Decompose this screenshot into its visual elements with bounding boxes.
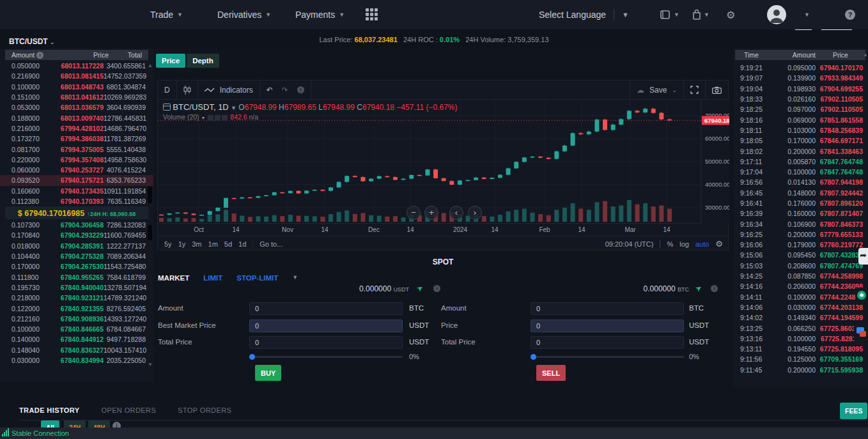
- time-axis[interactable]: Oct14Nov14Dec14202414Feb14Mar14: [158, 223, 701, 236]
- trade-history-row[interactable]: 9:19:070.139900 67933.984349: [735, 73, 865, 83]
- order-book-row[interactable]: 0.10000068013.0487436801.304874: [0, 82, 153, 92]
- order-book-row[interactable]: 0.14000067840.8449129497.718288: [0, 334, 153, 344]
- language-selector[interactable]: Select Language ▼: [539, 0, 629, 29]
- range-5d-button[interactable]: 5d: [224, 240, 232, 248]
- share-widget[interactable]: ➦: [858, 248, 868, 265]
- tab-stop-orders[interactable]: STOP ORDERS: [178, 406, 231, 414]
- fullscreen-button[interactable]: [683, 81, 705, 99]
- order-book-row[interactable]: 0.03000067840.8349942035.225050: [0, 355, 153, 366]
- info-icon[interactable]: i: [297, 86, 304, 93]
- trade-history-row[interactable]: 9:18:250.097000 67902.110505: [735, 104, 865, 114]
- trade-history-row[interactable]: 9:14:110.100000 67744.224817: [735, 292, 865, 302]
- trade-history-row[interactable]: 9:16:410.176000 67807.896120: [735, 198, 865, 208]
- apps-grid-icon[interactable]: [366, 8, 380, 21]
- info-icon[interactable]: i: [36, 52, 43, 59]
- nav-menu-trade[interactable]: Trade ▼: [150, 0, 183, 29]
- trade-history-row[interactable]: 9:13:160.100000 67725.828111: [735, 334, 865, 344]
- tab-market[interactable]: MARKET: [158, 274, 189, 282]
- order-book-row[interactable]: 0.17084067904.29322911600.769455: [0, 230, 153, 240]
- tab-stop-limit[interactable]: STOP-LIMIT: [236, 274, 278, 282]
- range-1y-button[interactable]: 1y: [178, 240, 186, 248]
- trade-history-row[interactable]: 9:11:560.125000 67709.355169: [735, 354, 865, 364]
- sell-button[interactable]: SELL: [536, 365, 566, 381]
- nav-menu-payments[interactable]: Payments ▼: [295, 0, 345, 29]
- percent-scale-button[interactable]: %: [667, 240, 673, 248]
- order-book-row[interactable]: 0.16060067940.17343510911.191854: [0, 186, 153, 196]
- order-book-row[interactable]: 0.01800067904.2853911222.277137: [0, 241, 153, 251]
- tab-price[interactable]: Price: [156, 54, 185, 68]
- trade-history-row[interactable]: 9:14:250.087850 67744.258998: [735, 271, 865, 281]
- percent-slider[interactable]: [531, 353, 684, 360]
- trade-history-row[interactable]: 9:13:110.194550 67725.818095: [735, 344, 865, 354]
- log-scale-button[interactable]: log: [679, 240, 689, 248]
- buy-button[interactable]: BUY: [255, 365, 281, 381]
- order-book-row[interactable]: 0.21690068013.08141514752.037359: [0, 71, 153, 81]
- order-book-row[interactable]: 0.05000068013.1172283400.655861: [0, 61, 153, 71]
- current-price-banner[interactable]: $ 67940.17016985 ↑24H H: 68,060.68: [5, 206, 148, 219]
- info-icon[interactable]: i: [433, 285, 440, 292]
- price-input[interactable]: [531, 320, 684, 332]
- scroll-up-icon[interactable]: ▲: [863, 52, 868, 58]
- help-icon[interactable]: ?: [845, 10, 855, 20]
- trade-history-row[interactable]: 9:17:110.005870 67847.764748: [735, 157, 865, 167]
- indicators-button[interactable]: Indicators: [198, 81, 260, 99]
- total-price-input[interactable]: [249, 336, 403, 349]
- order-book-row[interactable]: 0.11238067940.1703937635.116349: [0, 196, 153, 206]
- trade-history-row[interactable]: 9:16:060.179000 67760.219772: [735, 240, 865, 250]
- trade-history-row[interactable]: 9:16:340.106900 67807.846373: [735, 219, 865, 229]
- order-book-row[interactable]: 0.14804067840.83632710043.157410: [0, 345, 153, 355]
- fees-button[interactable]: FEES: [840, 403, 867, 419]
- order-book-row[interactable]: 0.18800068013.00974012786.445831: [0, 112, 153, 123]
- orders-menu[interactable]: ▼: [692, 0, 709, 29]
- trade-history-row[interactable]: 9:18:110.103000 67848.256839: [735, 125, 865, 135]
- profile-dropdown[interactable]: ▼: [804, 0, 810, 29]
- info-icon[interactable]: i: [711, 285, 718, 292]
- range-1m-button[interactable]: 1m: [208, 240, 218, 248]
- chart-canvas[interactable]: 70000.0060000.0050000.0040000.0030000.00…: [158, 100, 729, 223]
- order-book-row[interactable]: 0.21800067840.92312114789.321240: [0, 293, 153, 303]
- trade-history-row[interactable]: 9:16:390.160000 67807.871407: [735, 208, 865, 219]
- trade-history-row[interactable]: 9:18:160.069000 67851.861558: [735, 114, 865, 125]
- avatar[interactable]: [767, 5, 786, 24]
- clock[interactable]: 09:20:04 (UTC): [605, 240, 654, 248]
- order-book-row[interactable]: 0.09352067940.1757216353.765233: [0, 175, 153, 185]
- order-book-row[interactable]: 0.17327067994.38603811781.387269: [0, 134, 153, 144]
- scrollbar-thumb[interactable]: [148, 187, 152, 203]
- save-layout-button[interactable]: ☁ Save ⌄: [630, 81, 683, 99]
- trade-history-row[interactable]: 9:15:060.095450 67807.432836: [735, 250, 865, 260]
- trade-history-row[interactable]: 9:14:160.206000 67744.236098: [735, 281, 865, 291]
- trade-history-row[interactable]: 9:16:450.148000 67807.924442: [735, 188, 865, 198]
- amount-input[interactable]: [249, 302, 403, 315]
- trade-history-row[interactable]: 9:18:020.200000 67841.338463: [735, 146, 865, 156]
- total-price-input[interactable]: [531, 336, 684, 349]
- order-book-row[interactable]: 0.19573067840.94004013278.507194: [0, 282, 153, 293]
- order-book-row[interactable]: 0.10000067840.8466656784.084667: [0, 324, 153, 334]
- scroll-up-icon[interactable]: ▲: [148, 63, 153, 68]
- assistant-widget[interactable]: ✱: [855, 288, 868, 302]
- trade-history-row[interactable]: 9:13:250.066250 67725.860361: [735, 323, 865, 333]
- scroll-left-button[interactable]: ‹: [449, 206, 463, 220]
- percent-slider[interactable]: [249, 353, 403, 360]
- trade-history-row[interactable]: 9:15:030.208600 67807.474769: [735, 261, 865, 271]
- auto-scale-button[interactable]: auto: [695, 240, 709, 248]
- slider-handle[interactable]: [531, 354, 536, 360]
- undo-icon[interactable]: ↶: [267, 86, 273, 95]
- order-book-row[interactable]: 0.21600067994.42810214686.796470: [0, 123, 153, 134]
- range-3m-button[interactable]: 3m: [192, 240, 201, 248]
- candle-style-button[interactable]: [177, 81, 198, 99]
- goto-button[interactable]: Go to...: [252, 240, 289, 248]
- slider-handle[interactable]: [249, 354, 255, 360]
- chevron-down-icon[interactable]: ▼: [292, 274, 298, 282]
- tab-depth[interactable]: Depth: [187, 54, 219, 68]
- trade-history-row[interactable]: 9:14:020.149340 67744.194599: [735, 312, 865, 323]
- order-book-row[interactable]: 0.06000067940.2537274076.415224: [0, 165, 153, 175]
- trade-history-row[interactable]: 9:19:040.198930 67904.699255: [735, 84, 865, 94]
- settings-button[interactable]: ⚙: [726, 0, 735, 29]
- interval-button[interactable]: D: [158, 81, 177, 99]
- amount-input[interactable]: [531, 302, 684, 315]
- tab-limit[interactable]: LIMIT: [203, 274, 222, 282]
- redo-icon[interactable]: ↷: [282, 86, 288, 95]
- zoom-in-button[interactable]: +: [424, 206, 438, 220]
- trade-history-row[interactable]: 9:17:040.100000 67847.764748: [735, 167, 865, 177]
- order-book-row[interactable]: 0.15100068013.04161210269.969283: [0, 92, 153, 102]
